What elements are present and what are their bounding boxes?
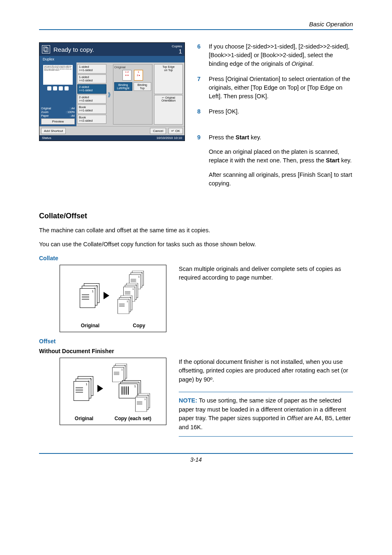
header-rule bbox=[39, 29, 353, 30]
diagram-label-copy-set: Copy (each set) bbox=[115, 416, 151, 421]
binding-left-right-button[interactable]: Binding Left/Right bbox=[114, 82, 132, 91]
preview-toolbar bbox=[41, 86, 75, 90]
info-original-value: : A4 bbox=[70, 107, 75, 110]
step-text: After scanning all originals, press [Fin… bbox=[209, 171, 353, 188]
info-paper-value: : A4 bbox=[70, 114, 75, 117]
cancel-button[interactable]: Cancel bbox=[150, 128, 166, 134]
diagram-label-original: Original bbox=[75, 416, 93, 421]
mode-book-2s[interactable]: Book >>2-sided bbox=[77, 115, 106, 124]
original-stack-icon: 3 2 1 bbox=[80, 283, 99, 308]
panel-titlebar: Ready to copy. Copies 1 bbox=[39, 43, 184, 56]
arrow-icon bbox=[97, 385, 103, 392]
diagram-label-original: Original bbox=[81, 323, 99, 328]
status-label: Status bbox=[42, 136, 51, 140]
step-6: 6 If you choose [2-sided>>1-sided], [2-s… bbox=[197, 42, 353, 68]
page-header: Basic Operation bbox=[39, 21, 353, 29]
mode-1s-2s[interactable]: 1-sided >>2-sided bbox=[77, 74, 106, 84]
step-number: 7 bbox=[197, 75, 209, 101]
panel-subhead: Duplex bbox=[39, 56, 184, 62]
copy-sets-icon: 3 2 1 3 2 1 3 2 1 bbox=[113, 271, 146, 320]
collate-offset-heading: Collate/Offset bbox=[39, 212, 353, 220]
note-block: NOTE: To use sorting, the same size of p… bbox=[179, 392, 353, 437]
step-text: Press [Original Orientation] to select o… bbox=[209, 75, 353, 101]
step-8: 8 Press [OK]. bbox=[197, 107, 353, 116]
ok-button[interactable]: ↵ OK bbox=[168, 128, 183, 134]
step-text: If you choose [2-sided>>1-sided], [2-sid… bbox=[209, 43, 350, 67]
preview-tool-icon[interactable] bbox=[65, 86, 69, 90]
collate-subheading: Collate bbox=[39, 255, 353, 261]
preview-button[interactable]: Preview bbox=[41, 118, 75, 125]
offset-subheading: Offset bbox=[39, 338, 353, 345]
copy-icon bbox=[42, 45, 50, 53]
step-9: 9 Press the Start key. Once an original … bbox=[197, 133, 353, 194]
info-zoom-label: Zoom bbox=[41, 111, 48, 113]
collate-intro-2: You can use the Collate/Offset copy func… bbox=[39, 240, 353, 249]
footer-rule bbox=[39, 453, 353, 454]
page-number: 3-14 bbox=[39, 456, 353, 463]
offset-output-icon: 3 2 1 3 2 1 3 2 1 bbox=[107, 364, 152, 413]
step-text: Press [OK]. bbox=[209, 107, 353, 116]
info-original-label: Original bbox=[41, 107, 51, 110]
preview-tool-icon[interactable] bbox=[59, 86, 63, 90]
mode-book-1s[interactable]: Book >>1-sided bbox=[77, 104, 106, 114]
duplex-mode-list: 1-sided >>1-sided 1-sided >>2-sided 2-si… bbox=[76, 62, 107, 126]
panel-status-bar: Status 10/10/2010 10:10 bbox=[39, 135, 184, 141]
orientation-column: Top Edge on Top ⤺ Original Orientation bbox=[154, 64, 183, 125]
binding-lr-thumb: 1 2▾ ▾ bbox=[122, 70, 131, 81]
collate-diagram: 3 2 1 3 2 1 3 2 1 bbox=[60, 265, 166, 332]
step-number: 6 bbox=[197, 42, 209, 68]
original-orientation-label: Original Orientation bbox=[161, 96, 175, 102]
mode-1s-1s[interactable]: 1-sided >>1-sided bbox=[77, 64, 106, 74]
offset-description: If the optional document finisher is not… bbox=[179, 358, 353, 384]
mode-2s-1s[interactable]: 2-sided >>1-sided bbox=[77, 84, 106, 94]
binding-top-thumb: 12 ▸ bbox=[134, 70, 143, 81]
copies-area: Copies 1 bbox=[172, 44, 182, 54]
without-finisher-heading: Without Document Finisher bbox=[39, 348, 353, 354]
mode-2s-2s[interactable]: 2-sided >>2-sided bbox=[77, 95, 106, 104]
original-binding-group: Original 1 2▾ ▾ 12 ▸ Binding Left/Right … bbox=[113, 64, 152, 125]
info-paper-label: Paper bbox=[41, 114, 49, 117]
original-group-title: Original bbox=[114, 65, 151, 69]
note-text: To use sorting, the same size of paper a… bbox=[179, 397, 351, 430]
preview-thumbnail: Lorem ipsum dolor sit amet consectetur a… bbox=[43, 65, 73, 85]
original-orientation-button[interactable]: ⤺ Original Orientation bbox=[154, 95, 183, 125]
status-datetime: 10/10/2010 10:10 bbox=[157, 136, 182, 140]
preview-tool-icon[interactable] bbox=[47, 86, 51, 90]
original-stack-icon: 3 2 1 bbox=[74, 376, 93, 401]
ok-label: OK bbox=[175, 129, 180, 133]
step-number: 8 bbox=[197, 107, 209, 116]
copies-value: 1 bbox=[172, 48, 182, 54]
step-7: 7 Press [Original Orientation] to select… bbox=[197, 75, 353, 101]
step-text: Once an original placed on the platen is… bbox=[209, 148, 353, 165]
offset-diagram: 3 2 1 3 2 1 3 2 1 bbox=[60, 358, 166, 425]
arrow-icon bbox=[104, 292, 109, 299]
info-zoom-value: : 100% bbox=[66, 111, 75, 113]
step-text: Press the Start key. bbox=[209, 133, 353, 142]
diagram-label-copy: Copy bbox=[133, 323, 145, 328]
preview-tool-icon[interactable] bbox=[53, 86, 57, 90]
binding-top-button[interactable]: Binding Top bbox=[134, 82, 152, 91]
panel-left-column: Lorem ipsum dolor sit amet consectetur a… bbox=[39, 62, 76, 126]
panel-title: Ready to copy. bbox=[53, 46, 172, 53]
add-shortcut-button[interactable]: Add Shortcut bbox=[41, 128, 66, 134]
copier-panel: Ready to copy. Copies 1 Duplex Lorem ips… bbox=[39, 42, 185, 141]
panel-bottom-bar: Add Shortcut Cancel ↵ OK bbox=[39, 126, 184, 135]
top-edge-on-top-button[interactable]: Top Edge on Top bbox=[154, 64, 183, 94]
step-number: 9 bbox=[197, 133, 209, 194]
collate-intro-1: The machine can collate and offset at th… bbox=[39, 226, 353, 235]
collate-description: Scan multiple originals and deliver comp… bbox=[179, 265, 353, 283]
note-label: NOTE: bbox=[179, 397, 197, 404]
divider-arrow-icon: ⟫ bbox=[107, 62, 111, 126]
